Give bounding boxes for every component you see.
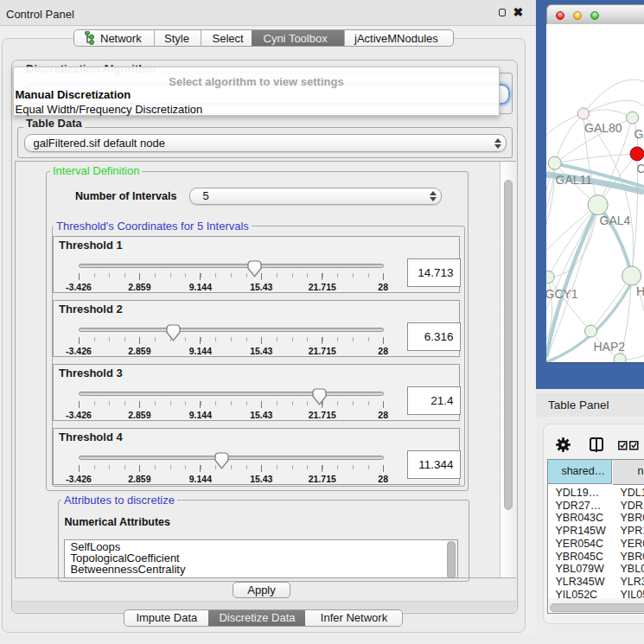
svg-text:CY: CY <box>637 162 644 175</box>
svg-text:GAL11: GAL11 <box>556 173 593 187</box>
svg-text:GAL4: GAL4 <box>600 213 631 226</box>
svg-text:HAP2: HAP2 <box>594 339 626 353</box>
svg-text:GCY1: GCY1 <box>546 287 578 301</box>
svg-text:GA: GA <box>634 126 644 140</box>
svg-text:GAL80: GAL80 <box>584 121 622 135</box>
svg-text:H: H <box>636 284 644 298</box>
